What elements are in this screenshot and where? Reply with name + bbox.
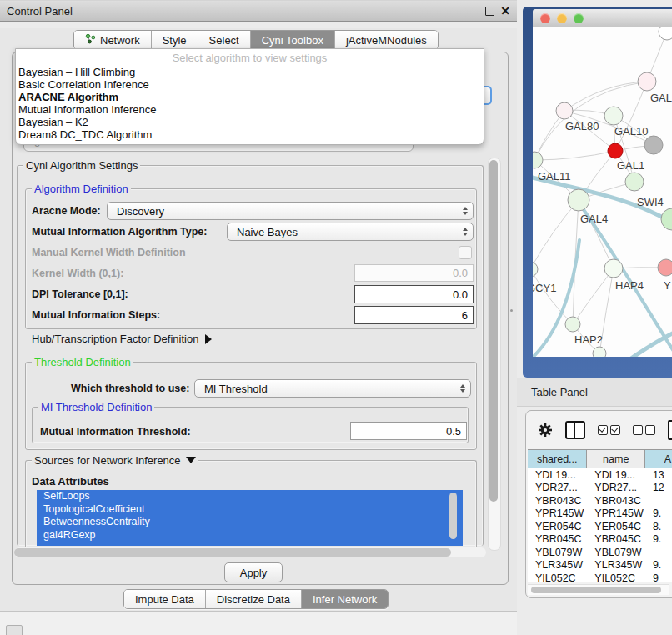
algorithm-option[interactable]: Bayesian – Hill Climbing xyxy=(16,66,484,78)
data-attributes-label: Data Attributes xyxy=(32,475,109,488)
settings-vertical-scrollbar[interactable] xyxy=(488,158,501,551)
corner-grip[interactable] xyxy=(6,625,23,635)
network-node[interactable] xyxy=(608,143,623,158)
mac-close-icon[interactable] xyxy=(540,13,550,23)
mac-minimize-icon[interactable] xyxy=(557,13,567,23)
table-cell: 8. xyxy=(645,521,672,532)
which-threshold-combo[interactable]: MI Threshold xyxy=(194,379,471,398)
mi-threshold-label: Mutual Information Threshold: xyxy=(40,426,191,438)
algorithm-option[interactable]: Dream8 DC_TDC Algorithm xyxy=(16,128,484,141)
tab-cyni-toolbox[interactable]: Cyni Toolbox xyxy=(251,31,335,49)
document-icon[interactable] xyxy=(668,420,672,440)
algorithm-option[interactable]: Bayesian – K2 xyxy=(16,116,484,128)
attribute-item[interactable]: gal4RGexp xyxy=(37,529,463,542)
network-node-label: HAP4 xyxy=(615,279,644,292)
network-edge xyxy=(533,200,579,269)
network-graph: GALGAL80GAL10GAL1GAL11SWI4GAL4HAP4YGCY1H… xyxy=(533,27,672,357)
attribute-item[interactable]: BetweennessCentrality xyxy=(37,516,463,529)
dpi-tolerance-label: DPI Tolerance [0,1]: xyxy=(32,288,128,300)
algorithm-dropdown-list: Bayesian – Hill ClimbingBasic Correlatio… xyxy=(16,66,484,141)
gear-icon[interactable] xyxy=(538,422,553,438)
tab-style[interactable]: Style xyxy=(152,31,198,49)
table-cell: YER054C xyxy=(528,521,587,532)
table-row[interactable]: YBR045CYBR045C9. xyxy=(528,533,672,547)
network-node[interactable] xyxy=(604,259,623,278)
network-node[interactable] xyxy=(565,317,580,332)
tab-network[interactable]: Network xyxy=(74,31,152,49)
tab-discretize-data[interactable]: Discretize Data xyxy=(206,590,302,608)
splitter-handle[interactable] xyxy=(510,309,513,312)
apply-button[interactable]: Apply xyxy=(224,562,283,582)
table-cell: YIL052C xyxy=(528,572,587,584)
network-canvas[interactable]: GALGAL80GAL10GAL1GAL11SWI4GAL4HAP4YGCY1H… xyxy=(533,27,672,357)
float-icon[interactable] xyxy=(485,7,494,16)
network-node[interactable] xyxy=(533,262,538,277)
network-edge-highlighted xyxy=(631,330,672,357)
table-row[interactable]: YLR345WYLR345W9. xyxy=(528,559,672,572)
data-attributes-list[interactable]: SelfLoopsTopologicalCoefficientBetweenne… xyxy=(37,490,463,546)
column-header-a[interactable]: A xyxy=(645,450,672,468)
table-row[interactable]: YPR145WYPR145W9. xyxy=(528,508,672,521)
network-node[interactable] xyxy=(568,189,589,211)
kernel-width-field[interactable]: 0.0 xyxy=(354,264,474,282)
network-node-label: SWI4 xyxy=(637,196,664,208)
network-node-label: GAL4 xyxy=(580,212,608,225)
network-window: GALGAL80GAL10GAL1GAL11SWI4GAL4HAP4YGCY1H… xyxy=(523,7,672,378)
close-icon[interactable]: ✕ xyxy=(500,7,510,15)
table-horizontal-scrollbar[interactable] xyxy=(528,584,669,595)
aracne-mode-value: Discovery xyxy=(108,205,459,218)
network-node[interactable] xyxy=(593,347,606,357)
mi-threshold-field[interactable]: 0.5 xyxy=(350,422,467,440)
network-window-titlebar[interactable] xyxy=(533,9,672,28)
attributes-list-scrollbar[interactable] xyxy=(448,492,459,543)
network-node[interactable] xyxy=(661,208,672,230)
table-cell: 9 xyxy=(645,572,672,584)
split-view-icon[interactable] xyxy=(565,421,585,439)
mi-threshold-group-title: MI Threshold Definition xyxy=(38,401,154,413)
mi-steps-field[interactable]: 6 xyxy=(354,306,474,324)
network-node[interactable] xyxy=(556,102,573,119)
table-row[interactable]: YBR043CYBR043C xyxy=(528,494,672,508)
table-row[interactable]: YBL079WYBL079W xyxy=(528,546,672,559)
network-node[interactable] xyxy=(625,172,644,191)
sources-title-text: Sources for Network Inference xyxy=(34,454,181,467)
tab-infer-network[interactable]: Infer Network xyxy=(302,590,388,608)
table-row[interactable]: YIL052CYIL052C9 xyxy=(528,572,672,585)
bottom-tabbar: Impute DataDiscretize DataInfer Network xyxy=(123,589,389,609)
table-row[interactable]: YER054CYER054C8. xyxy=(528,520,672,533)
algorithm-option[interactable]: Basic Correlation Inference xyxy=(16,78,484,91)
hub-definition-toggle[interactable]: Hub/Transcription Factor Definition xyxy=(32,332,212,345)
network-node[interactable] xyxy=(658,259,672,276)
spinner-icon xyxy=(459,204,470,218)
aracne-mode-combo[interactable]: Discovery xyxy=(107,202,474,220)
settings-horizontal-scrollbar[interactable] xyxy=(14,548,486,558)
tab-label: Network xyxy=(100,34,140,47)
hub-definition-label: Hub/Transcription Factor Definition xyxy=(32,332,198,345)
column-header-shared[interactable]: shared... xyxy=(528,450,587,468)
column-header-name[interactable]: name xyxy=(587,450,645,468)
attribute-item[interactable]: TopologicalCoefficient xyxy=(37,503,463,517)
network-node-label: GAL1 xyxy=(617,159,644,172)
network-node[interactable] xyxy=(644,136,663,154)
tab-impute-data[interactable]: Impute Data xyxy=(124,590,206,608)
dpi-tolerance-field[interactable]: 0.0 xyxy=(354,285,474,303)
algorithm-option[interactable]: Mutual Information Inference xyxy=(16,103,484,116)
manual-kernel-checkbox[interactable] xyxy=(459,246,472,259)
deselect-all-icon[interactable] xyxy=(633,425,655,435)
tab-jactivemnodules[interactable]: jActiveMNodules xyxy=(335,31,438,49)
network-node[interactable] xyxy=(638,72,656,91)
sources-group-title[interactable]: Sources for Network Inference xyxy=(32,454,198,467)
table-row[interactable]: YDR27...YDR27...12 xyxy=(528,482,672,495)
algorithm-option[interactable]: ARACNE Algorithm xyxy=(16,91,484,103)
manual-kernel-label: Manual Kernel Width Definition xyxy=(32,247,186,258)
expand-right-icon xyxy=(205,334,212,344)
tab-select[interactable]: Select xyxy=(198,31,251,49)
network-node[interactable] xyxy=(659,27,672,40)
network-node[interactable] xyxy=(604,107,623,125)
mi-type-combo[interactable]: Naive Bayes xyxy=(227,222,474,241)
table-header-row: shared...nameA xyxy=(528,449,672,468)
table-row[interactable]: YDL19...YDL19...13 xyxy=(528,468,672,482)
attribute-item[interactable]: SelfLoops xyxy=(37,490,463,503)
mac-zoom-icon[interactable] xyxy=(574,13,584,23)
select-all-icon[interactable] xyxy=(598,425,620,435)
